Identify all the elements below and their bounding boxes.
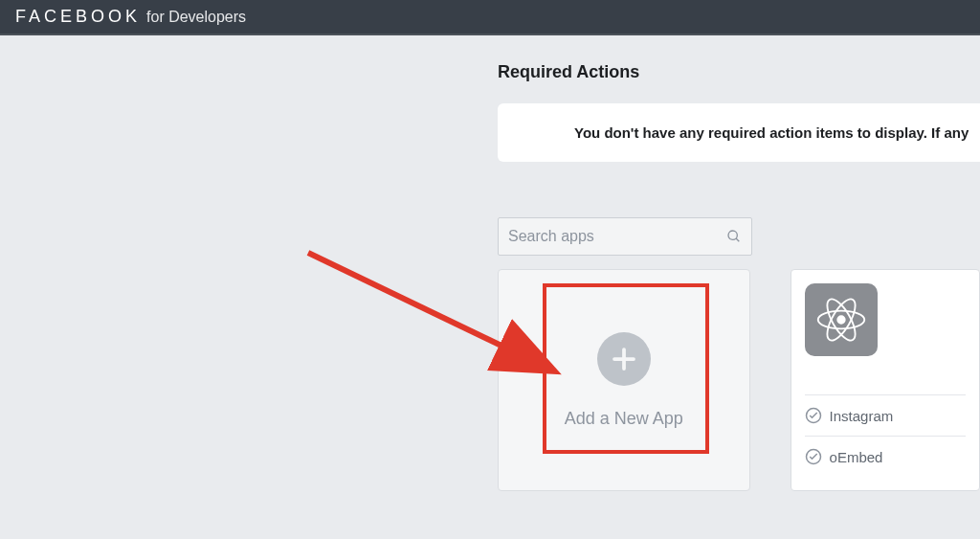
plus-circle-icon (597, 332, 651, 386)
brand-suffix: for Developers (146, 9, 246, 26)
empty-actions-text: You don't have any required action items… (574, 124, 969, 141)
app-card[interactable]: Instagram oEmbed (791, 269, 980, 491)
search-icon (726, 229, 742, 244)
feature-oembed: oEmbed (805, 436, 966, 477)
search-apps-box[interactable] (498, 217, 752, 256)
apps-row: Add a New App Instagram (498, 269, 980, 491)
feature-instagram: Instagram (805, 394, 966, 436)
check-circle-icon (805, 407, 822, 424)
search-input[interactable] (508, 228, 726, 245)
svg-point-0 (728, 231, 737, 239)
svg-line-1 (736, 238, 739, 241)
check-circle-icon (805, 448, 822, 465)
atom-icon (805, 283, 878, 356)
feature-label: oEmbed (830, 449, 883, 465)
feature-label: Instagram (830, 408, 894, 424)
top-nav-bar: FACEBOOK for Developers (0, 0, 980, 35)
svg-point-4 (837, 316, 844, 323)
empty-actions-card: You don't have any required action items… (498, 103, 980, 162)
add-app-label: Add a New App (565, 409, 683, 429)
add-new-app-card[interactable]: Add a New App (498, 269, 750, 491)
main-content: Required Actions You don't have any requ… (0, 35, 980, 491)
brand-logo[interactable]: FACEBOOK (15, 7, 141, 27)
required-actions-title: Required Actions (498, 62, 980, 82)
